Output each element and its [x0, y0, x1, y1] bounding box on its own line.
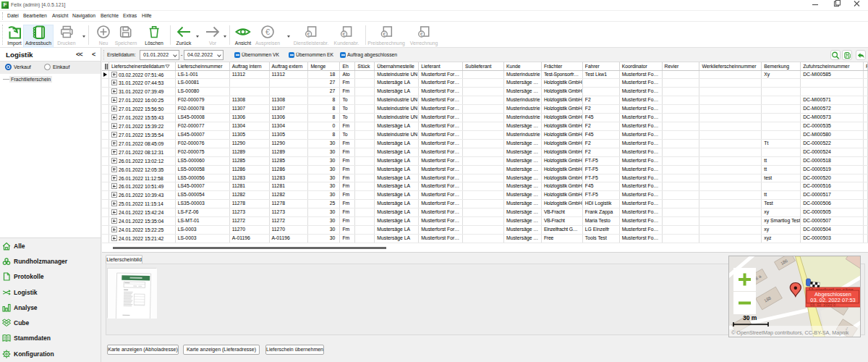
svg-text:30 m: 30 m [743, 314, 757, 321]
svg-text:€: € [265, 27, 270, 35]
svg-text:© OpenStreetMap contributors,: © OpenStreetMap contributors, CC-BY-SA, … [731, 329, 849, 336]
svg-text:03. 02. 2022 0…: 03. 02. 2022 0… [810, 303, 840, 307]
